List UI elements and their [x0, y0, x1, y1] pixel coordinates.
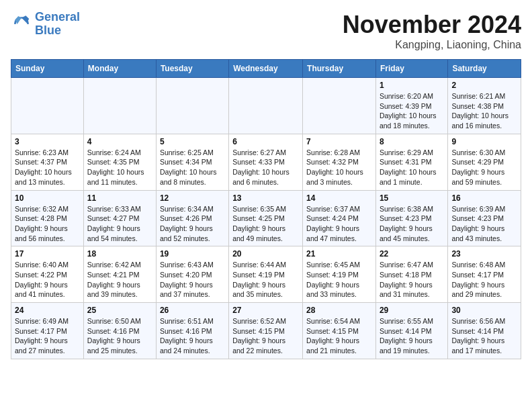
weekday-header: Saturday	[448, 60, 521, 78]
day-number: 14	[306, 193, 372, 203]
day-number: 22	[380, 249, 444, 259]
logo-line2: Blue	[35, 24, 61, 37]
calendar-cell: 6Sunrise: 6:27 AM Sunset: 4:33 PM Daylig…	[229, 134, 303, 190]
location-title: Kangping, Liaoning, China	[343, 39, 521, 51]
weekday-header-row: SundayMondayTuesdayWednesdayThursdayFrid…	[11, 60, 521, 78]
day-number: 11	[87, 193, 152, 203]
calendar-cell: 16Sunrise: 6:39 AM Sunset: 4:23 PM Dayli…	[448, 190, 521, 246]
calendar-cell: 3Sunrise: 6:23 AM Sunset: 4:37 PM Daylig…	[11, 134, 84, 190]
day-info: Sunrise: 6:56 AM Sunset: 4:14 PM Dayligh…	[451, 316, 517, 356]
day-number: 24	[15, 306, 80, 315]
calendar-week-row: 24Sunrise: 6:49 AM Sunset: 4:17 PM Dayli…	[11, 303, 521, 359]
calendar-cell: 2Sunrise: 6:21 AM Sunset: 4:38 PM Daylig…	[448, 78, 521, 134]
calendar-cell	[156, 78, 228, 134]
day-number: 25	[87, 306, 152, 315]
calendar-cell: 10Sunrise: 6:32 AM Sunset: 4:28 PM Dayli…	[11, 190, 84, 246]
day-info: Sunrise: 6:38 AM Sunset: 4:23 PM Dayligh…	[380, 204, 444, 244]
calendar-cell: 21Sunrise: 6:45 AM Sunset: 4:19 PM Dayli…	[303, 246, 376, 303]
calendar-cell	[83, 78, 156, 134]
day-info: Sunrise: 6:52 AM Sunset: 4:15 PM Dayligh…	[232, 316, 299, 356]
day-info: Sunrise: 6:55 AM Sunset: 4:14 PM Dayligh…	[380, 316, 444, 356]
day-info: Sunrise: 6:29 AM Sunset: 4:31 PM Dayligh…	[380, 148, 444, 187]
day-info: Sunrise: 6:34 AM Sunset: 4:26 PM Dayligh…	[160, 204, 225, 244]
calendar-cell: 8Sunrise: 6:29 AM Sunset: 4:31 PM Daylig…	[375, 134, 447, 190]
day-info: Sunrise: 6:30 AM Sunset: 4:29 PM Dayligh…	[451, 148, 517, 187]
day-info: Sunrise: 6:20 AM Sunset: 4:39 PM Dayligh…	[380, 91, 444, 131]
weekday-header: Tuesday	[156, 60, 228, 78]
calendar-cell: 25Sunrise: 6:50 AM Sunset: 4:16 PM Dayli…	[83, 303, 156, 359]
day-number: 9	[451, 137, 517, 146]
day-info: Sunrise: 6:42 AM Sunset: 4:21 PM Dayligh…	[87, 260, 152, 300]
calendar-cell	[229, 78, 303, 134]
calendar-cell: 7Sunrise: 6:28 AM Sunset: 4:32 PM Daylig…	[303, 134, 376, 190]
day-info: Sunrise: 6:25 AM Sunset: 4:34 PM Dayligh…	[160, 148, 225, 187]
calendar-table: SundayMondayTuesdayWednesdayThursdayFrid…	[11, 59, 521, 359]
calendar-cell: 14Sunrise: 6:37 AM Sunset: 4:24 PM Dayli…	[303, 190, 376, 246]
day-info: Sunrise: 6:54 AM Sunset: 4:15 PM Dayligh…	[306, 316, 372, 356]
calendar-cell: 27Sunrise: 6:52 AM Sunset: 4:15 PM Dayli…	[229, 303, 303, 359]
calendar-cell	[11, 78, 84, 134]
day-info: Sunrise: 6:35 AM Sunset: 4:25 PM Dayligh…	[232, 204, 299, 244]
title-area: November 2024 Kangping, Liaoning, China	[343, 11, 521, 51]
weekday-header: Wednesday	[229, 60, 303, 78]
weekday-header: Thursday	[303, 60, 376, 78]
calendar-cell: 5Sunrise: 6:25 AM Sunset: 4:34 PM Daylig…	[156, 134, 228, 190]
day-number: 1	[380, 81, 444, 90]
day-number: 20	[232, 249, 299, 259]
calendar-cell: 11Sunrise: 6:33 AM Sunset: 4:27 PM Dayli…	[83, 190, 156, 246]
day-info: Sunrise: 6:23 AM Sunset: 4:37 PM Dayligh…	[15, 148, 80, 187]
month-title: November 2024	[343, 11, 521, 39]
day-info: Sunrise: 6:33 AM Sunset: 4:27 PM Dayligh…	[87, 204, 152, 244]
logo-text: General Blue	[35, 11, 80, 38]
calendar-cell: 20Sunrise: 6:44 AM Sunset: 4:19 PM Dayli…	[229, 246, 303, 303]
logo: General Blue	[11, 11, 80, 38]
day-number: 15	[380, 193, 444, 203]
calendar-cell: 19Sunrise: 6:43 AM Sunset: 4:20 PM Dayli…	[156, 246, 228, 303]
day-number: 16	[451, 193, 517, 203]
day-number: 2	[451, 81, 517, 90]
calendar-cell: 18Sunrise: 6:42 AM Sunset: 4:21 PM Dayli…	[83, 246, 156, 303]
calendar-cell: 15Sunrise: 6:38 AM Sunset: 4:23 PM Dayli…	[375, 190, 447, 246]
day-number: 23	[451, 249, 517, 259]
calendar-cell: 30Sunrise: 6:56 AM Sunset: 4:14 PM Dayli…	[448, 303, 521, 359]
day-number: 10	[15, 193, 80, 203]
day-number: 28	[306, 306, 372, 315]
logo-line1: General	[35, 10, 80, 24]
calendar-cell	[303, 78, 376, 134]
weekday-header: Monday	[83, 60, 156, 78]
day-info: Sunrise: 6:43 AM Sunset: 4:20 PM Dayligh…	[160, 260, 225, 300]
calendar-cell: 22Sunrise: 6:47 AM Sunset: 4:18 PM Dayli…	[375, 246, 447, 303]
calendar-week-row: 1Sunrise: 6:20 AM Sunset: 4:39 PM Daylig…	[11, 78, 521, 134]
day-number: 12	[160, 193, 225, 203]
logo-icon	[11, 13, 32, 35]
day-info: Sunrise: 6:47 AM Sunset: 4:18 PM Dayligh…	[380, 260, 444, 300]
calendar-cell: 29Sunrise: 6:55 AM Sunset: 4:14 PM Dayli…	[375, 303, 447, 359]
day-info: Sunrise: 6:32 AM Sunset: 4:28 PM Dayligh…	[15, 204, 80, 244]
calendar-cell: 24Sunrise: 6:49 AM Sunset: 4:17 PM Dayli…	[11, 303, 84, 359]
day-info: Sunrise: 6:44 AM Sunset: 4:19 PM Dayligh…	[232, 260, 299, 300]
day-number: 19	[160, 249, 225, 259]
calendar-week-row: 3Sunrise: 6:23 AM Sunset: 4:37 PM Daylig…	[11, 134, 521, 190]
weekday-header: Friday	[375, 60, 447, 78]
day-number: 21	[306, 249, 372, 259]
calendar-cell: 26Sunrise: 6:51 AM Sunset: 4:16 PM Dayli…	[156, 303, 228, 359]
calendar-cell: 12Sunrise: 6:34 AM Sunset: 4:26 PM Dayli…	[156, 190, 228, 246]
day-info: Sunrise: 6:40 AM Sunset: 4:22 PM Dayligh…	[15, 260, 80, 300]
day-number: 26	[160, 306, 225, 315]
day-number: 6	[232, 137, 299, 146]
day-info: Sunrise: 6:48 AM Sunset: 4:17 PM Dayligh…	[451, 260, 517, 300]
day-number: 27	[232, 306, 299, 315]
calendar-week-row: 17Sunrise: 6:40 AM Sunset: 4:22 PM Dayli…	[11, 246, 521, 303]
day-number: 18	[87, 249, 152, 259]
day-info: Sunrise: 6:28 AM Sunset: 4:32 PM Dayligh…	[306, 148, 372, 187]
day-info: Sunrise: 6:39 AM Sunset: 4:23 PM Dayligh…	[451, 204, 517, 244]
day-info: Sunrise: 6:51 AM Sunset: 4:16 PM Dayligh…	[160, 316, 225, 356]
day-number: 3	[15, 137, 80, 146]
day-number: 13	[232, 193, 299, 203]
calendar-cell: 4Sunrise: 6:24 AM Sunset: 4:35 PM Daylig…	[83, 134, 156, 190]
calendar-week-row: 10Sunrise: 6:32 AM Sunset: 4:28 PM Dayli…	[11, 190, 521, 246]
header: General Blue November 2024 Kangping, Lia…	[11, 11, 521, 51]
weekday-header: Sunday	[11, 60, 84, 78]
calendar-cell: 13Sunrise: 6:35 AM Sunset: 4:25 PM Dayli…	[229, 190, 303, 246]
day-number: 5	[160, 137, 225, 146]
